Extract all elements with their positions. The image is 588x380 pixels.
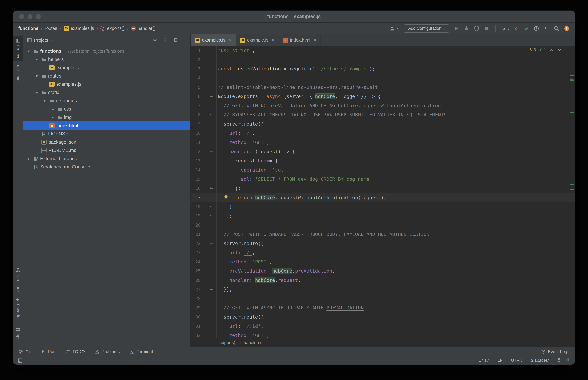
editor-tab-index-html[interactable]: 5index.html× [279, 35, 321, 46]
tool-button-commit[interactable]: Commit [13, 61, 23, 88]
line-number[interactable]: 10 [191, 131, 201, 135]
code-line-15[interactable]: 15 sql: 'SELECT * FROM dev.dog ORDER BY … [191, 174, 575, 184]
chevron-down-icon[interactable]: ▾ [34, 90, 39, 95]
next-highlight-button[interactable] [557, 47, 562, 52]
chevron-right-icon[interactable]: ▸ [50, 115, 55, 120]
fold-end-icon[interactable]: ⌐ [201, 213, 216, 219]
tab-close-icon[interactable]: × [272, 37, 275, 43]
line-number[interactable]: 22 [191, 241, 201, 246]
tree-item-example-js[interactable]: JSexample.js [23, 64, 190, 72]
inspections-widget[interactable]: ⚠5✔1 [528, 47, 562, 52]
event-log-button[interactable]: Event Log [541, 349, 567, 354]
fold-end-icon[interactable]: ⌐ [201, 112, 216, 117]
fold-start-icon[interactable]: − [201, 241, 216, 246]
line-number[interactable]: 32 [191, 333, 201, 338]
intention-bulb-icon[interactable] [223, 194, 229, 200]
tree-item-static[interactable]: ▾static [23, 88, 190, 97]
code-line-18[interactable]: 18⌐ } [191, 202, 575, 211]
code-line-22[interactable]: 22− server.route({ [191, 239, 575, 248]
tab-close-icon[interactable]: × [313, 37, 316, 43]
code-line-32[interactable]: 32 method: 'GET', [191, 331, 575, 338]
panel-settings-button[interactable]: ⚙ [173, 37, 178, 43]
line-number[interactable]: 21 [191, 232, 201, 237]
tree-item-img[interactable]: ▸img [23, 113, 190, 121]
code-line-31[interactable]: 31 url: '/:id', [191, 322, 575, 331]
status-item-lf[interactable]: LF [497, 358, 502, 363]
line-number[interactable]: 15 [191, 177, 201, 182]
chevron-down-icon[interactable]: ▾ [34, 74, 39, 78]
fold-start-icon[interactable]: − [201, 314, 216, 320]
code-line-6[interactable]: 6−module.exports = async (server, { hdbC… [191, 92, 575, 101]
toolwindow-button-problems[interactable]: Problems [95, 349, 120, 354]
line-number[interactable]: 4 [191, 76, 201, 80]
breadcrumb-exports[interactable]: fexports() [100, 26, 125, 31]
line-number[interactable]: 3 [191, 66, 201, 71]
git-action-history-button[interactable] [533, 26, 539, 31]
code-line-2[interactable]: 2 [191, 55, 575, 64]
line-number[interactable]: 16 [191, 186, 201, 191]
chevron-down-icon[interactable]: ▾ [42, 98, 47, 103]
error-stripe-mark[interactable] [570, 184, 574, 185]
code-line-20[interactable]: 20 [191, 220, 575, 229]
line-number[interactable]: 23 [191, 250, 201, 255]
toolwindow-button-git[interactable]: Git [19, 349, 31, 354]
run-action-stop-button[interactable] [484, 26, 490, 31]
code-line-7[interactable]: 7 // GET, WITH NO preValidation AND USIN… [191, 101, 575, 110]
tree-item-license[interactable]: LICENSE [23, 130, 190, 138]
line-number[interactable]: 28 [191, 296, 201, 301]
tree-item-external-libraries[interactable]: ▸External Libraries [23, 154, 190, 163]
toolwindow-button-run[interactable]: Run [41, 349, 55, 354]
line-number[interactable]: 20 [191, 223, 201, 228]
code-line-25[interactable]: 25 preValidation: hdbCore.preValidation, [191, 266, 575, 276]
code-line-26[interactable]: 26 handler: hdbCore.request, [191, 276, 575, 285]
line-number[interactable]: 29 [191, 305, 201, 310]
line-number[interactable]: 2 [191, 57, 201, 62]
tree-item-package-json[interactable]: {}package.json [23, 138, 190, 146]
inspection-ok[interactable]: ✔1 [539, 47, 546, 52]
code-line-28[interactable]: 28 [191, 294, 575, 303]
code-line-5[interactable]: 5// eslint-disable-next-line no-unused-v… [191, 83, 575, 92]
error-stripe-mark[interactable] [570, 189, 574, 190]
code-line-16[interactable]: 16⌐ }; [191, 184, 575, 193]
tool-button-project[interactable]: Project [13, 36, 23, 61]
tree-item-index-html[interactable]: 5index.html [23, 121, 190, 130]
tree-item-resources[interactable]: ▾resources [23, 97, 190, 105]
breadcrumb-functions[interactable]: functions [18, 26, 38, 31]
toolwindow-switcher-icon[interactable] [18, 358, 23, 363]
line-number[interactable]: 5 [191, 85, 201, 90]
line-number[interactable]: 7 [191, 103, 201, 108]
line-number[interactable]: 27 [191, 287, 201, 292]
code-line-30[interactable]: 30− server.route({ [191, 312, 575, 322]
line-number[interactable]: 24 [191, 259, 201, 264]
user-button[interactable] [389, 26, 400, 31]
line-number[interactable]: 9 [191, 122, 201, 126]
line-number[interactable]: 11 [191, 140, 201, 145]
update-notification-button[interactable] [564, 26, 570, 31]
fold-start-icon[interactable]: − [201, 149, 216, 154]
chevron-right-icon[interactable]: ▸ [26, 156, 32, 161]
code-line-9[interactable]: 9− server.route({ [191, 119, 575, 129]
close-button[interactable] [19, 14, 24, 19]
line-number[interactable]: 13 [191, 158, 201, 163]
tab-close-icon[interactable]: × [229, 37, 232, 43]
search-everywhere-button[interactable] [554, 26, 560, 31]
panel-collapse-all-button[interactable] [163, 37, 168, 43]
editor-breadcrumb-exports[interactable]: exports() [220, 340, 237, 345]
fold-start-icon[interactable]: − [201, 158, 216, 163]
chevron-down-icon[interactable] [50, 38, 54, 42]
previous-highlight-button[interactable] [549, 47, 554, 52]
git-action-commit-check-button[interactable] [523, 26, 529, 31]
editor-tab-examples-js[interactable]: JSexamples.js× [191, 35, 236, 46]
panel-hide-button[interactable]: − [184, 37, 186, 43]
chevron-down-icon[interactable]: ▾ [26, 49, 32, 54]
tool-button-npm[interactable]: npm [13, 324, 23, 345]
error-stripe-mark[interactable] [570, 79, 574, 81]
tree-item-scratches-and-consoles[interactable]: Scratches and Consoles [23, 163, 190, 171]
panel-locate-button[interactable] [152, 37, 157, 43]
run-action-play-button[interactable] [453, 26, 459, 31]
chevron-down-icon[interactable]: ▾ [34, 57, 39, 62]
git-action-rollback-button[interactable] [544, 26, 550, 31]
line-number[interactable]: 6 [191, 94, 201, 99]
code-line-11[interactable]: 11 method: 'GET', [191, 138, 575, 147]
tree-item-examples-js[interactable]: JSexamples.js [23, 80, 190, 88]
